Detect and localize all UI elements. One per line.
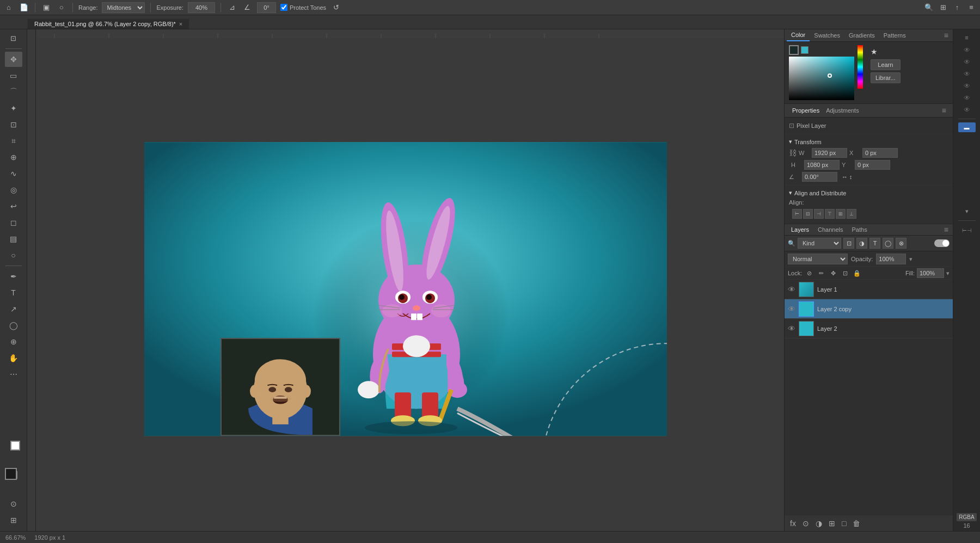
delete-layer-button[interactable]: 🗑	[850, 518, 862, 529]
w-input[interactable]	[812, 148, 847, 158]
layers-panel-close[interactable]: ≡	[942, 225, 951, 234]
filter-pixel-btn[interactable]: ⊡	[843, 238, 854, 249]
foreground-swatch[interactable]	[5, 468, 17, 480]
magic-wand-tool[interactable]: ✦	[5, 101, 22, 116]
filter-toggle-btn[interactable]	[934, 239, 950, 247]
panel-toggle-icon[interactable]: ⊡	[8, 33, 19, 44]
share-icon[interactable]: ↑	[952, 2, 963, 13]
fx-button[interactable]: fx	[788, 518, 798, 529]
align-header[interactable]: ▾ Align and Distribute	[789, 188, 948, 198]
search-icon[interactable]: 🔍	[923, 2, 934, 13]
layer2-vis-icon[interactable]: 👁	[788, 324, 795, 333]
hue-bar[interactable]	[857, 45, 863, 89]
lock-artboard-btn[interactable]: ⊡	[840, 268, 850, 278]
align-center-h-btn[interactable]: ⊟	[803, 209, 813, 219]
layer1-vis-icon[interactable]: 👁	[788, 285, 795, 294]
home-icon[interactable]: ⌂	[3, 2, 14, 13]
color-tab[interactable]: Color	[787, 29, 810, 41]
quick-mask-btn[interactable]: ⊙	[5, 496, 22, 511]
more-tools[interactable]: ⋯	[5, 367, 22, 382]
brush-tool[interactable]: ∿	[5, 166, 22, 181]
gradients-tab[interactable]: Gradients	[844, 30, 879, 41]
fill-input[interactable]	[917, 268, 944, 278]
shape-tool[interactable]: ◯	[5, 318, 22, 333]
dodge-tool[interactable]: ○	[5, 248, 22, 263]
filter-adjustment-btn[interactable]: ◑	[856, 238, 867, 249]
chevron-fill[interactable]: ▾	[946, 270, 950, 277]
fr-blue-btn[interactable]: ▬	[958, 122, 976, 132]
align-center-v-btn[interactable]: ⊞	[836, 209, 846, 219]
marquee-tool[interactable]: ▭	[5, 68, 22, 83]
lasso-tool[interactable]: ⌒	[5, 84, 22, 100]
new-layer-button[interactable]: □	[840, 518, 848, 529]
clone-tool[interactable]: ◎	[5, 182, 22, 198]
path-selection-tool[interactable]: ↗	[5, 301, 22, 317]
airbrush-icon[interactable]: ⊿	[226, 2, 237, 13]
lock-pixels-btn[interactable]: ✏	[816, 268, 826, 278]
canvas-frame[interactable]	[144, 142, 667, 436]
layers-kind-filter[interactable]: Kind Name Effect Mode Attribute Color	[798, 238, 841, 249]
move-tool[interactable]: ✥	[5, 52, 22, 67]
layer-item-active[interactable]: 👁 Layer 2 copy	[785, 299, 953, 319]
pen-tool[interactable]: ✒	[5, 269, 22, 284]
chevron-opacity[interactable]: ▾	[909, 256, 912, 263]
heal-tool[interactable]: ⊕	[5, 150, 22, 165]
fg-color-swatch[interactable]	[789, 45, 799, 55]
props-panel-close[interactable]: ≡	[940, 106, 948, 115]
protect-tones-checkbox[interactable]	[280, 4, 287, 11]
properties-tab[interactable]: Properties	[789, 106, 823, 115]
color-picker[interactable]	[789, 57, 854, 100]
blend-mode-select[interactable]: Normal Multiply Screen Overlay Soft Ligh…	[788, 254, 848, 264]
filter-text-btn[interactable]: T	[869, 238, 880, 249]
filter-shape-btn[interactable]: ◯	[883, 238, 893, 249]
add-mask-button[interactable]: ⊙	[800, 518, 811, 529]
swatches-tab[interactable]: Swatches	[810, 30, 844, 41]
libraries-button[interactable]: Librar...	[871, 72, 901, 83]
fr-expand-btn[interactable]: ⊢⊣	[958, 224, 976, 236]
align-left-btn[interactable]: ⊢	[792, 209, 802, 219]
angle-input-prop[interactable]	[802, 172, 837, 182]
filter-icon[interactable]: ≡	[966, 2, 977, 13]
arrange-icon[interactable]: ⊞	[938, 2, 948, 13]
x-input[interactable]	[862, 148, 898, 158]
channels-tab[interactable]: Channels	[813, 224, 847, 235]
layer-item-2[interactable]: 👁 Layer 2	[785, 319, 953, 338]
history-icon[interactable]: ↺	[330, 2, 341, 13]
paths-tab[interactable]: Paths	[848, 224, 872, 235]
lock-position-btn[interactable]: ✥	[828, 268, 838, 278]
layers-tab[interactable]: Layers	[787, 224, 813, 235]
protect-tones-label[interactable]: Protect Tones	[280, 4, 326, 11]
bg-color-swatch[interactable]	[801, 46, 808, 54]
lock-transparent-btn[interactable]: ⊘	[804, 268, 814, 278]
add-adjustment-button[interactable]: ◑	[813, 518, 824, 529]
align-right-btn[interactable]: ⊣	[814, 209, 824, 219]
filter-smart-btn[interactable]: ⊗	[896, 238, 906, 249]
mode-icon[interactable]: ▣	[41, 2, 52, 13]
hand-tool[interactable]: ✋	[5, 350, 22, 366]
learn-button[interactable]: Learn	[871, 59, 901, 70]
opacity-input[interactable]	[876, 254, 906, 264]
canvas-area[interactable]	[27, 29, 784, 531]
history-brush-tool[interactable]: ↩	[5, 199, 22, 214]
layer-item[interactable]: 👁 Layer 1	[785, 280, 953, 299]
tab-close[interactable]: ×	[179, 21, 182, 27]
text-tool[interactable]: T	[5, 285, 22, 300]
transform-header[interactable]: ▾ Transform	[789, 137, 948, 147]
gradient-tool[interactable]: ▤	[5, 231, 22, 246]
layer2copy-vis-icon[interactable]: 👁	[788, 305, 795, 313]
color-panel-close[interactable]: ≡	[942, 31, 951, 40]
crop-tool[interactable]: ⊡	[5, 117, 22, 132]
align-top-btn[interactable]: ⊤	[825, 209, 835, 219]
h-input[interactable]	[804, 160, 840, 170]
range-dropdown[interactable]: Midtones Shadows Highlights	[102, 2, 145, 13]
file-icon[interactable]: 📄	[19, 2, 29, 13]
document-tab[interactable]: Rabbit_test_01.png @ 66.7% (Layer 2 copy…	[27, 18, 189, 29]
y-input[interactable]	[855, 160, 890, 170]
zoom-tool[interactable]: ⊕	[5, 334, 22, 349]
exposure-input[interactable]	[188, 2, 215, 13]
rgba-badge[interactable]: RGBA	[957, 513, 976, 521]
fr-btn-1[interactable]: ≡	[958, 32, 976, 44]
eraser-tool[interactable]: ◻	[5, 215, 22, 230]
lock-all-btn[interactable]: 🔒	[852, 268, 862, 278]
fr-options-btn[interactable]: ▾	[958, 205, 976, 217]
